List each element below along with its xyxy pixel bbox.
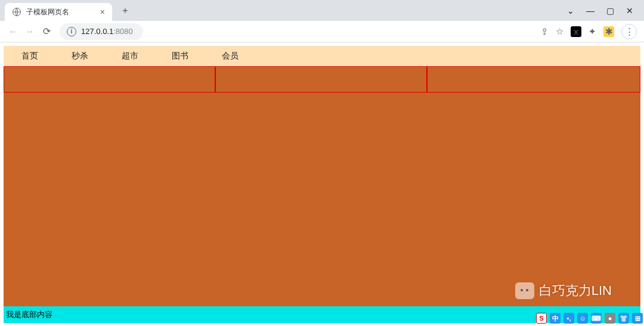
content-body bbox=[4, 93, 640, 306]
browser-tab[interactable]: 子模板网页名 × bbox=[5, 3, 112, 21]
table-row bbox=[4, 66, 640, 93]
chevron-down-icon[interactable]: ⌄ bbox=[567, 6, 574, 16]
forward-button[interactable]: → bbox=[21, 23, 38, 40]
url-port: :8080 bbox=[113, 27, 133, 36]
share-icon[interactable]: ⇪ bbox=[541, 26, 549, 37]
window-controls: ⌄ — ▢ ✕ bbox=[567, 6, 639, 16]
tools-icon[interactable]: ⊞ bbox=[632, 313, 643, 323]
footer-text: 我是底部内容 bbox=[6, 309, 52, 320]
toolbar-icons: ⇪ ☆ x ✦ ✱ ⋮ bbox=[541, 24, 639, 39]
info-icon[interactable]: i bbox=[67, 27, 76, 36]
keyboard-icon[interactable]: ⌨ bbox=[591, 313, 602, 323]
table-cell bbox=[4, 66, 215, 93]
extensions-icon[interactable]: ✦ bbox=[589, 26, 596, 37]
page-viewport: 首页 秒杀 超市 图书 会员 我是底部内容 bbox=[0, 42, 644, 323]
browser-toolbar: ← → ⟳ i 127.0.0.1:8080 ⇪ ☆ x ✦ ✱ ⋮ bbox=[0, 21, 644, 42]
address-bar[interactable]: i 127.0.0.1:8080 bbox=[60, 23, 143, 40]
browser-tab-bar: 子模板网页名 × + ⌄ — ▢ ✕ bbox=[0, 0, 644, 21]
sogou-ime-icon[interactable]: S bbox=[536, 313, 547, 323]
nav-supermarket[interactable]: 超市 bbox=[122, 51, 138, 61]
skin-icon[interactable]: 👕 bbox=[618, 313, 629, 323]
emoji-icon[interactable]: ☺ bbox=[577, 313, 588, 323]
maximize-icon[interactable]: ▢ bbox=[606, 6, 614, 16]
ime-lang-icon[interactable]: 中 bbox=[550, 313, 561, 323]
table-cell bbox=[427, 66, 640, 93]
tab-title: 子模板网页名 bbox=[26, 7, 95, 17]
url-host: 127.0.0.1 bbox=[81, 27, 113, 36]
bookmark-icon[interactable]: ☆ bbox=[556, 26, 564, 37]
ime-taskbar: S 中 •, ☺ ⌨ ● 👕 ⊞ bbox=[536, 313, 643, 323]
new-tab-button[interactable]: + bbox=[119, 5, 131, 16]
nav-books[interactable]: 图书 bbox=[172, 51, 188, 61]
extension-yellow-icon[interactable]: ✱ bbox=[603, 26, 614, 37]
minimize-icon[interactable]: — bbox=[586, 6, 595, 16]
mic-icon[interactable]: ● bbox=[605, 313, 615, 323]
main-content bbox=[4, 66, 640, 306]
ime-punct-icon[interactable]: •, bbox=[564, 313, 574, 323]
extension-icon[interactable]: x bbox=[571, 26, 581, 37]
nav-member[interactable]: 会员 bbox=[222, 51, 239, 61]
site-nav: 首页 秒杀 超市 图书 会员 bbox=[4, 46, 640, 66]
nav-home[interactable]: 首页 bbox=[21, 51, 38, 61]
reload-button[interactable]: ⟳ bbox=[38, 23, 55, 40]
nav-seckill[interactable]: 秒杀 bbox=[72, 51, 88, 61]
back-button[interactable]: ← bbox=[5, 23, 21, 40]
globe-icon bbox=[12, 7, 21, 17]
close-icon[interactable]: × bbox=[100, 7, 105, 17]
chrome-menu-icon[interactable]: ⋮ bbox=[621, 24, 637, 39]
table-cell bbox=[215, 66, 427, 93]
close-window-icon[interactable]: ✕ bbox=[626, 6, 633, 16]
